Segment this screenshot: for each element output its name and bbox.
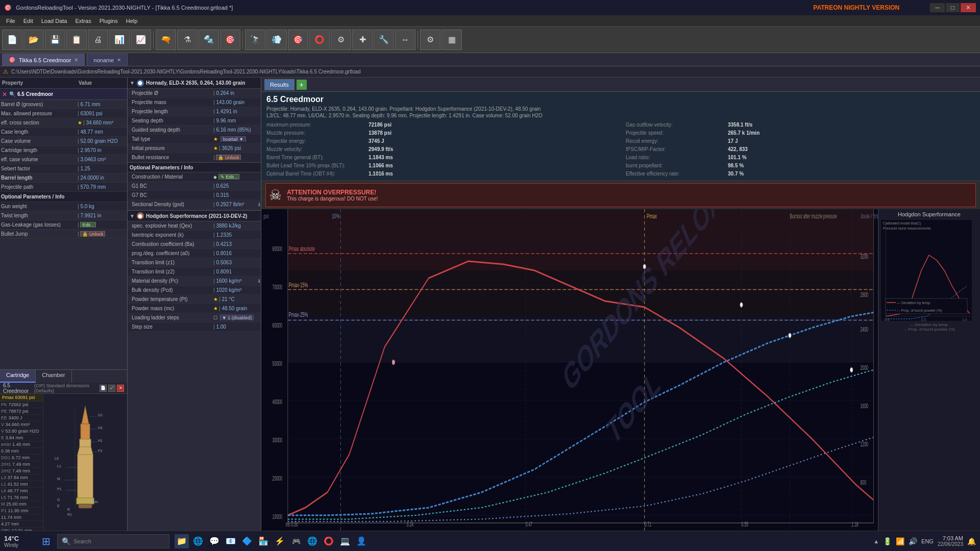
toolbar-export[interactable]: 📊 bbox=[109, 30, 130, 50]
svg-rect-1 bbox=[81, 424, 90, 439]
tab-tikka-icon: 🎯 bbox=[9, 57, 16, 63]
mid-qex: spec. explosive heat (Qex) | 3880 kJ/kg bbox=[128, 221, 261, 231]
svg-text:R1: R1 bbox=[67, 513, 72, 516]
toolbar-wrench[interactable]: 🔧 bbox=[374, 30, 394, 50]
stat-blt: Bullet Lead Time 10% pmax (BLT): 1.1066 … bbox=[266, 161, 616, 169]
toolbar-target[interactable]: 🎯 bbox=[288, 30, 308, 50]
tab-bar: 🎯 Tikka 6.5 Creedmoor ✕ noname ✕ bbox=[0, 53, 980, 66]
svg-text:10%: 10% bbox=[332, 212, 340, 220]
taskbar-store-icon[interactable]: 🏪 bbox=[256, 534, 271, 548]
taskbar-search-label[interactable]: Search bbox=[74, 538, 91, 544]
close-button[interactable]: ✕ bbox=[961, 3, 976, 12]
projectile-arrow-icon: ▼ bbox=[130, 80, 135, 86]
add-results-tab-button[interactable]: + bbox=[297, 80, 307, 90]
toolbar-arrows[interactable]: ↔ bbox=[395, 30, 415, 50]
svg-text:Calibrated model Bal(C): Calibrated model Bal(C) bbox=[883, 221, 921, 226]
taskbar-chat-icon[interactable]: 💬 bbox=[207, 534, 222, 548]
clock-widget[interactable]: 7:03 AM 22/06/2023 bbox=[938, 535, 963, 547]
toolbar-settings2[interactable]: ⚙ bbox=[331, 30, 351, 50]
menu-plugins[interactable]: Plugins bbox=[95, 17, 122, 25]
menu-file[interactable]: File bbox=[2, 17, 19, 25]
toolbar-print[interactable]: 🖨 bbox=[88, 30, 108, 50]
mid-pc-info-icon[interactable]: ℹ bbox=[258, 279, 260, 284]
taskbar-xbox-icon[interactable]: 🎮 bbox=[289, 534, 303, 548]
prop-bullet-jump[interactable]: Bullet Jump | 🔒 Unlock bbox=[0, 230, 127, 239]
mid-info-icon[interactable]: ℹ bbox=[258, 202, 260, 207]
show-hidden-icons[interactable]: ▲ bbox=[873, 538, 879, 544]
mid-loading-ladder[interactable]: Loading ladder steps ☐ ▼ 1 (disabled) bbox=[128, 313, 261, 322]
taskbar-mail-icon[interactable]: 📧 bbox=[224, 534, 238, 548]
menu-extras[interactable]: Extras bbox=[71, 17, 95, 25]
tab-tikka-close[interactable]: ✕ bbox=[74, 57, 78, 63]
gun-delete-icon[interactable]: ✕ bbox=[2, 91, 7, 98]
mid-bullet-resistance[interactable]: Bullet resistance | 🔒 Unlock bbox=[128, 153, 261, 162]
toolbar-circle[interactable]: ⭕ bbox=[309, 30, 330, 50]
cartridge-icon2[interactable]: 🖊 bbox=[108, 385, 115, 392]
volume-icon[interactable]: 🔊 bbox=[909, 537, 917, 545]
results-tab[interactable]: Results bbox=[264, 79, 295, 90]
cartridge-name: 6.5 Creedmoor bbox=[3, 383, 32, 394]
toolbar-save[interactable]: 💾 bbox=[45, 30, 65, 50]
menu-edit[interactable]: Edit bbox=[19, 17, 37, 25]
stat-ipsc: IPSC/MIP-Factor: 422, 833 bbox=[626, 145, 975, 153]
tab-tikka[interactable]: 🎯 Tikka 6.5 Creedmoor ✕ bbox=[2, 54, 85, 66]
taskbar-search-bar[interactable]: 🔍 Search bbox=[57, 534, 169, 548]
toolbar-open[interactable]: 📂 bbox=[23, 30, 44, 50]
prop-eff-cross: eff. cross section ★| 34.660 mm² bbox=[0, 118, 127, 128]
prop-gas-leakage[interactable]: Gas-Leakage (gas losses) | Edit... bbox=[0, 220, 127, 230]
svg-text:P2: P2 bbox=[98, 449, 103, 453]
mid-tail-type[interactable]: Tail type ★ boattail ▼ bbox=[128, 135, 261, 144]
taskbar-hw-icon[interactable]: 💻 bbox=[338, 534, 352, 548]
start-button[interactable]: ⊞ bbox=[38, 533, 54, 549]
mid-construction[interactable]: Construction / Material ◆ ✎ Edit... bbox=[128, 172, 261, 182]
minimize-button[interactable]: ─ bbox=[930, 3, 945, 12]
toolbar-scope[interactable]: 🔭 bbox=[245, 30, 265, 50]
toolbar-saveas[interactable]: 📋 bbox=[66, 30, 87, 50]
mid-pc: Material density (Pc) | 1600 kg/m³ ℹ bbox=[128, 277, 261, 286]
toolbar-new[interactable]: 📄 bbox=[2, 30, 22, 50]
taskbar: 14°C Windy ⊞ 🔍 Search 📁 🌐 💬 📧 🔷 🏪 ⚡ 🎮 🌐 … bbox=[0, 531, 980, 551]
svg-text:0.55: 0.55 bbox=[742, 521, 749, 528]
powder-props: spec. explosive heat (Qex) | 3880 kJ/kg … bbox=[128, 221, 261, 531]
tab-chamber[interactable]: Chamber bbox=[36, 370, 71, 383]
toolbar-wind[interactable]: 💨 bbox=[266, 30, 287, 50]
dim-2rh1: 2rH1 7.49 mm bbox=[0, 461, 43, 468]
menu-help[interactable]: Help bbox=[122, 17, 142, 25]
tab-noname-close[interactable]: ✕ bbox=[117, 57, 121, 63]
notification-icon[interactable]: 🔔 bbox=[967, 537, 976, 545]
menu-loaddata[interactable]: Load Data bbox=[37, 17, 71, 25]
toolbar-settings[interactable]: ⚙ bbox=[420, 30, 440, 50]
taskbar-circle-icon[interactable]: ⭕ bbox=[322, 534, 336, 548]
prop-twist-length: Twist length | 7.9921 in bbox=[0, 211, 127, 220]
toolbar-case[interactable]: 🔩 bbox=[199, 30, 219, 50]
tab-noname[interactable]: noname ✕ bbox=[87, 54, 128, 66]
taskbar-chrome-icon[interactable]: 🌐 bbox=[305, 534, 320, 548]
dim-m: M 25.00 mm bbox=[0, 501, 43, 508]
svg-rect-30 bbox=[288, 270, 874, 316]
taskbar-arduino-icon[interactable]: ⚡ bbox=[273, 534, 287, 548]
taskbar-user-icon[interactable]: 👤 bbox=[354, 534, 369, 548]
network-icon[interactable]: 📶 bbox=[896, 537, 904, 545]
battery-icon[interactable]: 🔋 bbox=[883, 537, 892, 545]
cartridge-close-icon[interactable]: ✕ bbox=[117, 385, 124, 392]
toolbar-grid[interactable]: ▦ bbox=[442, 30, 462, 50]
cartridge-icon1[interactable]: 📄 bbox=[100, 385, 107, 392]
taskbar-file-explorer-icon[interactable]: 📁 bbox=[175, 534, 189, 548]
toolbar-gun[interactable]: 🎯 bbox=[220, 30, 240, 50]
toolbar-powder[interactable]: ⚗ bbox=[177, 30, 198, 50]
hodgdon-legend1: — Deviation by temp. bbox=[880, 322, 978, 327]
stat-obt: Optimal Barrel Time (OBT #4): 1.1016 ms bbox=[266, 169, 616, 178]
maximize-button[interactable]: □ bbox=[946, 3, 960, 12]
svg-text:0.0: 0.0 bbox=[885, 318, 890, 321]
taskbar-browser-icon[interactable]: 🌐 bbox=[191, 534, 205, 548]
language-label[interactable]: ENG bbox=[921, 538, 934, 544]
svg-text:G: G bbox=[57, 498, 60, 502]
chart-container: Pmax absolute Pmax-15% Pmax-25% Pmax bbox=[261, 209, 980, 531]
toolbar-bullet[interactable]: 🔫 bbox=[156, 30, 176, 50]
taskbar-edge-icon[interactable]: 🔷 bbox=[240, 534, 254, 548]
properties-list: Barrel Ø (grooves) | 6.71 mm Max. allowe… bbox=[0, 100, 127, 369]
toolbar-reticle[interactable]: ✚ bbox=[352, 30, 373, 50]
toolbar-chart[interactable]: 📈 bbox=[131, 30, 151, 50]
tab-cartridge[interactable]: Cartridge bbox=[0, 370, 36, 383]
svg-point-60 bbox=[850, 368, 853, 372]
